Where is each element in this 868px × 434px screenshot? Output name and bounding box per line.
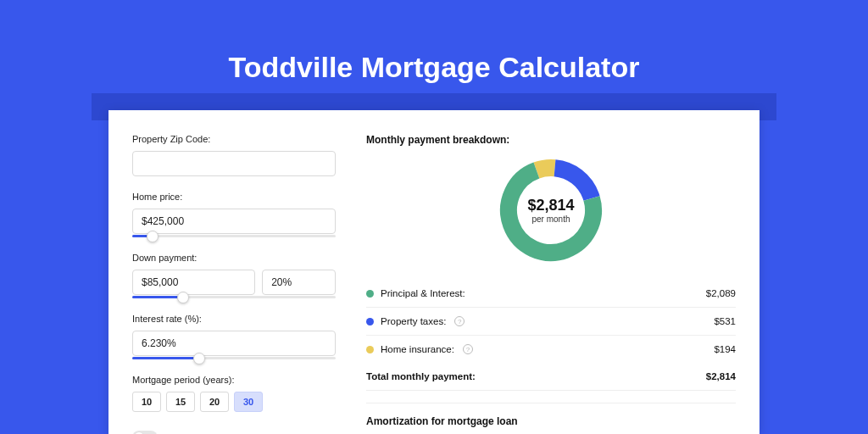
- down-payment-amount-input[interactable]: [132, 270, 255, 295]
- veteran-toggle[interactable]: [132, 431, 158, 434]
- breakdown-list: Principal & Interest:$2,089Property taxe…: [366, 280, 736, 363]
- legend-dot: [366, 318, 374, 326]
- breakdown-label: Property taxes:: [381, 316, 446, 326]
- period-label: Mortgage period (years):: [132, 375, 336, 385]
- amortization-section: Amortization for mortgage loan Amortizat…: [366, 403, 736, 434]
- period-field: Mortgage period (years): 10152030: [132, 375, 336, 412]
- inputs-column: Property Zip Code: Home price: Down paym…: [132, 134, 336, 434]
- down-payment-percent-input[interactable]: [262, 270, 336, 295]
- legend-dot: [366, 290, 374, 298]
- veteran-row: I am veteran or military: [132, 431, 336, 434]
- rate-slider[interactable]: [132, 357, 336, 359]
- donut-center-value: $2,814: [527, 197, 574, 214]
- price-label: Home price:: [132, 192, 336, 202]
- down-payment-field: Down payment:: [132, 253, 336, 298]
- down-payment-label: Down payment:: [132, 253, 336, 263]
- legend-dot: [366, 346, 374, 353]
- price-field: Home price:: [132, 192, 336, 237]
- donut-chart: $2,814 per month: [498, 158, 604, 263]
- donut-chart-wrap: $2,814 per month: [366, 158, 736, 263]
- zip-label: Property Zip Code:: [132, 134, 336, 144]
- zip-input[interactable]: [132, 151, 336, 176]
- price-input[interactable]: [132, 209, 336, 234]
- total-value: $2,814: [706, 371, 736, 381]
- rate-label: Interest rate (%):: [132, 314, 336, 324]
- period-option-15[interactable]: 15: [166, 392, 195, 412]
- down-payment-slider[interactable]: [132, 296, 336, 298]
- breakdown-row: Home insurance:?$194: [366, 336, 736, 363]
- price-slider[interactable]: [132, 235, 336, 237]
- rate-field: Interest rate (%):: [132, 314, 336, 359]
- breakdown-heading: Monthly payment breakdown:: [366, 134, 736, 146]
- breakdown-value: $2,089: [706, 288, 736, 298]
- page-title: Toddville Mortgage Calculator: [0, 0, 868, 84]
- period-option-10[interactable]: 10: [132, 392, 161, 412]
- period-option-30[interactable]: 30: [234, 392, 263, 412]
- breakdown-row: Principal & Interest:$2,089: [366, 280, 736, 308]
- total-label: Total monthly payment:: [366, 371, 476, 381]
- donut-center-caption: per month: [531, 214, 570, 224]
- rate-input[interactable]: [132, 331, 336, 356]
- breakdown-label: Principal & Interest:: [381, 288, 465, 298]
- amortization-title: Amortization for mortgage loan: [366, 415, 736, 427]
- info-icon[interactable]: ?: [463, 344, 473, 354]
- breakdown-column: Monthly payment breakdown: $2,814 per mo…: [366, 134, 736, 434]
- breakdown-row: Property taxes:?$531: [366, 308, 736, 336]
- info-icon[interactable]: ?: [454, 316, 465, 326]
- breakdown-value: $194: [714, 344, 736, 354]
- total-row: Total monthly payment: $2,814: [366, 363, 736, 391]
- breakdown-label: Home insurance:: [381, 344, 454, 354]
- zip-field: Property Zip Code:: [132, 134, 336, 176]
- period-option-20[interactable]: 20: [200, 392, 229, 412]
- breakdown-value: $531: [714, 316, 736, 326]
- calculator-card: Property Zip Code: Home price: Down paym…: [108, 110, 760, 434]
